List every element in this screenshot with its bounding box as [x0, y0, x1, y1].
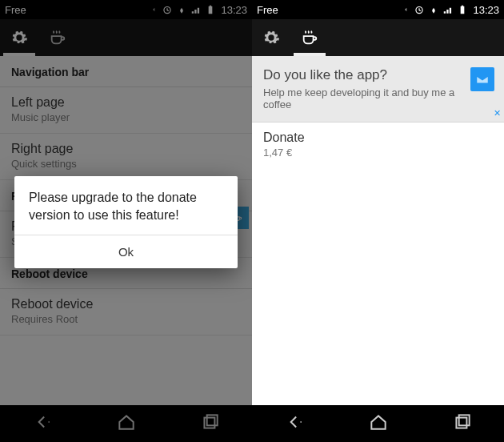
svg-rect-2: [210, 6, 211, 6]
svg-rect-7: [462, 6, 463, 6]
app-header: [252, 19, 504, 56]
upgrade-dialog: Please upgrade to the donate version to …: [14, 176, 238, 268]
signal-icon: [190, 4, 202, 15]
app-header: [0, 19, 252, 56]
android-navbar: [252, 405, 504, 442]
phone-right: Free 13:23 Do you like the app? Help me …: [252, 0, 504, 442]
item-sub: Music player: [11, 111, 241, 123]
ok-button[interactable]: Ok: [14, 235, 238, 268]
section-header-navbar: Navigation bar: [0, 56, 252, 87]
card-title: Do you like the app?: [263, 67, 456, 83]
mute-icon: [147, 4, 158, 15]
item-sub: 1,47 €: [263, 147, 493, 159]
item-title: Reboot device: [11, 297, 241, 311]
gear-icon: [10, 29, 28, 46]
alarm-icon: [414, 4, 425, 15]
envelope-icon: [475, 72, 490, 86]
alarm-icon: [162, 4, 173, 15]
item-title: Left page: [11, 95, 241, 110]
item-title: Donate: [263, 131, 493, 145]
tab-settings[interactable]: [0, 19, 38, 56]
phone-left: Free 13:23 Navigation bar Left page: [0, 0, 252, 442]
carrier-label: Free: [5, 4, 26, 16]
wifi-icon: [428, 4, 439, 15]
battery-icon: [457, 4, 468, 15]
coffee-icon: [301, 29, 318, 46]
tab-donate[interactable]: [290, 19, 329, 56]
item-sub: Requires Root: [11, 313, 241, 325]
home-button[interactable]: [116, 412, 137, 436]
gear-icon: [262, 29, 280, 46]
status-bar: Free 13:23: [252, 0, 504, 19]
android-navbar: [0, 405, 252, 442]
list-item[interactable]: Right page Quick settings: [0, 134, 252, 180]
tab-donate[interactable]: [38, 19, 77, 56]
mute-icon: [399, 4, 410, 15]
donate-item[interactable]: Donate 1,47 €: [252, 123, 504, 168]
clock: 13:23: [221, 4, 247, 16]
recents-button[interactable]: [452, 412, 473, 436]
svg-rect-3: [204, 418, 214, 428]
recents-button[interactable]: [200, 412, 221, 436]
back-button[interactable]: [284, 412, 305, 436]
coffee-icon: [49, 29, 66, 46]
clock: 13:23: [473, 4, 499, 16]
status-icons: 13:23: [147, 4, 247, 16]
status-icons: 13:23: [399, 4, 499, 16]
svg-rect-9: [458, 415, 469, 425]
home-button[interactable]: [368, 412, 389, 436]
battery-icon: [205, 4, 216, 15]
dialog-message: Please upgrade to the donate version to …: [14, 176, 238, 235]
promo-card[interactable]: Do you like the app? Help me keep develo…: [252, 56, 504, 123]
wifi-icon: [176, 4, 187, 15]
svg-rect-8: [456, 418, 466, 428]
svg-rect-6: [461, 6, 465, 14]
close-icon[interactable]: ✕: [494, 108, 501, 119]
carrier-label: Free: [257, 4, 278, 16]
item-sub: Quick settings: [11, 158, 241, 170]
donate-content: Do you like the app? Help me keep develo…: [252, 56, 504, 405]
list-item[interactable]: Reboot device Requires Root: [0, 289, 252, 336]
back-button[interactable]: [32, 412, 53, 436]
item-title: Right page: [11, 142, 241, 156]
svg-rect-4: [206, 415, 217, 425]
status-bar: Free 13:23: [0, 0, 252, 19]
tab-settings[interactable]: [252, 19, 290, 56]
card-sub: Help me keep developing it and buy me a …: [263, 86, 456, 110]
svg-rect-1: [209, 6, 213, 14]
signal-icon: [442, 4, 454, 15]
list-item[interactable]: Left page Music player: [0, 87, 252, 134]
card-icon-box: [470, 67, 494, 91]
